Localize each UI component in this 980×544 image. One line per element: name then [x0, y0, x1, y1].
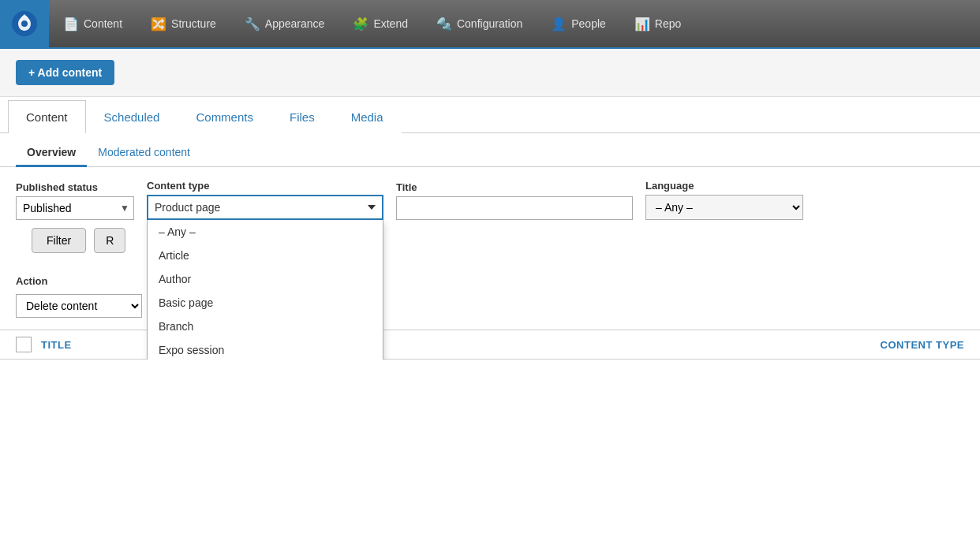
- published-status-group: Published status – Any – Published Unpub…: [16, 181, 134, 220]
- top-navigation: 📄 Content 🔀 Structure 🔧 Appearance 🧩 Ext…: [0, 0, 980, 49]
- drupal-logo[interactable]: [0, 0, 49, 48]
- dropdown-item-expo-session[interactable]: Expo session: [148, 338, 383, 360]
- tab-comments[interactable]: Comments: [178, 100, 271, 133]
- dropdown-item-any[interactable]: – Any –: [148, 220, 383, 244]
- nav-extend-label: Extend: [373, 17, 408, 30]
- structure-icon: 🔀: [151, 17, 166, 32]
- content-icon: 📄: [63, 17, 79, 32]
- title-filter-group: Title: [396, 181, 633, 220]
- dropdown-item-author[interactable]: Author: [148, 267, 383, 291]
- main-tabs: Content Scheduled Comments Files Media: [0, 100, 980, 133]
- nav-item-extend[interactable]: 🧩 Extend: [339, 0, 422, 47]
- published-status-wrapper: – Any – Published Unpublished ▼: [16, 196, 134, 220]
- dropdown-item-branch[interactable]: Branch: [148, 315, 383, 338]
- language-filter-select[interactable]: – Any –: [645, 195, 803, 220]
- sub-tab-overview[interactable]: Overview: [16, 140, 87, 167]
- nav-appearance-label: Appearance: [265, 17, 325, 30]
- configuration-icon: 🔩: [436, 17, 452, 32]
- filter-area: Published status – Any – Published Unpub…: [0, 167, 980, 266]
- sub-tabs: Overview Moderated content: [0, 133, 980, 167]
- dropdown-item-article[interactable]: Article: [148, 244, 383, 267]
- nav-item-configuration[interactable]: 🔩 Configuration: [422, 0, 537, 47]
- add-content-bar: + Add content: [0, 49, 980, 97]
- title-filter-label: Title: [396, 181, 633, 193]
- nav-item-structure[interactable]: 🔀 Structure: [137, 0, 230, 47]
- nav-items-list: 📄 Content 🔀 Structure 🔧 Appearance 🧩 Ext…: [49, 0, 695, 47]
- nav-content-label: Content: [84, 17, 122, 30]
- extend-icon: 🧩: [353, 17, 368, 32]
- tab-media[interactable]: Media: [333, 100, 402, 133]
- table-content-type-column-header: CONTENT TYPE: [822, 339, 964, 351]
- svg-point-1: [21, 20, 28, 27]
- reset-button[interactable]: R: [94, 228, 125, 253]
- people-icon: 👤: [551, 17, 567, 32]
- content-type-arrow-icon: [368, 205, 376, 210]
- tab-scheduled[interactable]: Scheduled: [86, 100, 178, 133]
- nav-people-label: People: [571, 17, 606, 30]
- nav-item-reports[interactable]: 📊 Repo: [620, 0, 695, 47]
- reports-icon: 📊: [634, 17, 650, 32]
- page-body: + Add content Content Scheduled Comments…: [0, 49, 980, 360]
- published-status-label: Published status: [16, 181, 134, 193]
- nav-item-appearance[interactable]: 🔧 Appearance: [230, 0, 339, 47]
- nav-item-content[interactable]: 📄 Content: [49, 0, 137, 47]
- nav-configuration-label: Configuration: [457, 17, 522, 30]
- nav-reports-label: Repo: [655, 17, 681, 30]
- content-type-selected-value: Product page: [155, 201, 220, 214]
- nav-item-people[interactable]: 👤 People: [537, 0, 620, 47]
- tab-files[interactable]: Files: [271, 100, 333, 133]
- add-content-button[interactable]: + Add content: [16, 60, 114, 85]
- language-filter-group: Language – Any –: [645, 180, 803, 220]
- published-status-select[interactable]: – Any – Published Unpublished: [16, 196, 134, 220]
- filter-button[interactable]: Filter: [32, 228, 86, 253]
- nav-structure-label: Structure: [171, 17, 216, 30]
- language-filter-label: Language: [645, 180, 803, 192]
- sub-tab-moderated[interactable]: Moderated content: [87, 140, 201, 167]
- title-filter-input[interactable]: [396, 196, 633, 220]
- filter-row: Published status – Any – Published Unpub…: [16, 180, 964, 220]
- appearance-icon: 🔧: [245, 17, 260, 32]
- dropdown-item-basic-page[interactable]: Basic page: [148, 291, 383, 315]
- content-type-dropdown: – Any – Article Author Basic page Branch…: [147, 220, 383, 360]
- content-type-select-display[interactable]: Product page: [147, 195, 383, 220]
- select-all-checkbox[interactable]: [16, 337, 32, 352]
- content-type-group: Content type Product page – Any – Articl…: [147, 180, 383, 220]
- action-select[interactable]: Delete content: [16, 294, 142, 318]
- content-type-label: Content type: [147, 180, 383, 192]
- tab-content[interactable]: Content: [8, 100, 86, 133]
